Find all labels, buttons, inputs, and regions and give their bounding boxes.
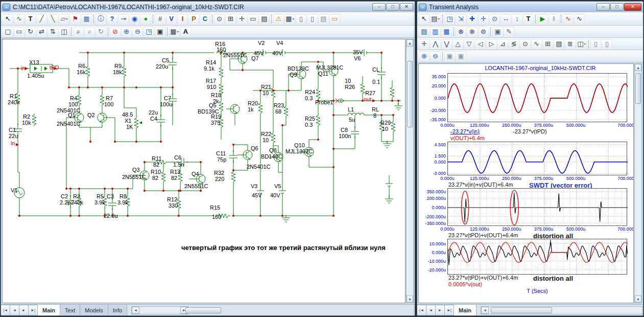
- scroll-thumb[interactable]: [407, 61, 413, 127]
- region-icon[interactable]: ◉: [129, 14, 140, 24]
- waveform-label[interactable]: 23.27*v(tPD)+v(OUT)+6.4m: [448, 232, 518, 238]
- operand-eq-icon[interactable]: ⊜: [478, 27, 489, 37]
- wire-icon[interactable]: ╱: [36, 14, 47, 24]
- waveform-label[interactable]: -23.27*v(tPD): [513, 128, 547, 134]
- scroll-left-arrow[interactable]: ◄: [481, 307, 489, 314]
- scroll-thumb[interactable]: [491, 307, 552, 313]
- valley-icon[interactable]: ⋁: [441, 39, 452, 49]
- properties-icon[interactable]: ✎: [504, 27, 514, 37]
- cursor-icon[interactable]: ✛: [419, 39, 430, 49]
- scroll-up-arrow[interactable]: ▲: [635, 64, 641, 71]
- scroll-track[interactable]: [407, 47, 413, 296]
- analysis-titlebar[interactable]: ≈ Transient Analysis –□✕: [417, 2, 643, 12]
- maximize-button[interactable]: □: [610, 3, 624, 11]
- rotate-icon[interactable]: ↻: [25, 27, 36, 37]
- tab-text[interactable]: Text: [60, 305, 80, 315]
- scroll-right-arrow[interactable]: ►: [642, 307, 643, 314]
- scroll-thumb[interactable]: [185, 307, 221, 313]
- display-mode-icon[interactable]: ▦▾: [169, 27, 180, 37]
- pause-icon[interactable]: ‖: [548, 14, 559, 24]
- scale-mode-icon[interactable]: ⇲: [456, 14, 466, 24]
- operand-x2-icon[interactable]: ⊗: [467, 27, 478, 37]
- pin-connections-icon[interactable]: ⊙: [214, 14, 225, 24]
- cursor-mode-icon[interactable]: ✛: [478, 14, 489, 24]
- last-tab-button[interactable]: ►|: [29, 305, 38, 315]
- scroll-track[interactable]: [489, 307, 642, 314]
- scroll-left-arrow[interactable]: ◄: [132, 307, 139, 314]
- zoom-window-icon[interactable]: ◳: [444, 14, 455, 24]
- diagonal-wire-icon[interactable]: ╲: [47, 14, 58, 24]
- select-icon[interactable]: ↖: [3, 14, 13, 24]
- exit-analysis-icon[interactable]: ∿: [574, 14, 585, 24]
- select-area-icon[interactable]: ▢: [3, 27, 13, 37]
- plot-panel[interactable]: LOCANTHI-1967-original_10kHz-SWDT.CIR35.…: [418, 63, 634, 303]
- find-next-icon[interactable]: ⌕: [84, 27, 95, 37]
- grid-text-icon[interactable]: ⊞: [225, 14, 236, 24]
- high-icon[interactable]: △: [452, 39, 463, 49]
- scroll-up-arrow[interactable]: ▲: [407, 39, 413, 47]
- flip-horizontal-icon[interactable]: ⇄: [36, 27, 47, 37]
- pan-mode-icon[interactable]: ✚: [467, 14, 478, 24]
- page1-icon[interactable]: ▯: [590, 39, 601, 49]
- tag-point-icon[interactable]: ⊙: [489, 14, 500, 24]
- waveform-label[interactable]: -23.27*v(in): [450, 128, 480, 134]
- mirror-icon[interactable]: ◫: [59, 27, 69, 37]
- close-button[interactable]: ✕: [400, 3, 413, 11]
- folder-icon[interactable]: ▭: [329, 14, 340, 24]
- link-icon[interactable]: ⊸: [118, 14, 129, 24]
- tag-horizontal-icon[interactable]: ↔: [500, 14, 511, 24]
- graphics-icon[interactable]: ▱▾: [59, 14, 69, 24]
- border-icon[interactable]: ▭: [248, 14, 258, 24]
- page2-icon[interactable]: ▯: [602, 39, 612, 49]
- next-tab-button[interactable]: ►: [436, 305, 445, 315]
- font-icon[interactable]: A: [180, 27, 191, 37]
- scroll-thumb[interactable]: [635, 73, 641, 104]
- list-icon[interactable]: ≣: [565, 39, 576, 49]
- plot-3[interactable]: 350.000u200.000u0.000u-200.000u-350.000u: [447, 188, 627, 226]
- watch-icon[interactable]: ▦: [441, 27, 452, 37]
- low-icon[interactable]: ▽: [464, 39, 474, 49]
- inflection-icon[interactable]: ⊿: [497, 39, 508, 49]
- plot-4-canvas[interactable]: [448, 239, 628, 275]
- scroll-down-arrow[interactable]: ▼: [407, 296, 413, 303]
- grid-icon[interactable]: ⊞: [542, 39, 553, 49]
- help-icon[interactable]: ?: [107, 14, 117, 24]
- node-numbers-icon[interactable]: #: [155, 14, 165, 24]
- tab-main[interactable]: Main: [38, 305, 60, 315]
- new-page-icon[interactable]: ▯: [296, 14, 306, 24]
- prev-tab-button[interactable]: ◄: [426, 305, 436, 315]
- plot-2[interactable]: 4.5001.5000.000-3.000: [447, 142, 627, 175]
- title-block-icon[interactable]: ▤: [259, 14, 270, 24]
- component-icon[interactable]: ∿: [14, 14, 25, 24]
- page-icon[interactable]: ▯: [307, 14, 318, 24]
- clipboard-page-icon[interactable]: ▤: [318, 14, 329, 24]
- zero-cross-icon[interactable]: ⊙: [520, 39, 531, 49]
- maximize-button[interactable]: □: [386, 3, 399, 11]
- cross-hair-icon[interactable]: ✛: [236, 14, 247, 24]
- print-icon[interactable]: ▣: [492, 27, 503, 37]
- last-tab-button[interactable]: ►|: [445, 305, 454, 315]
- conditions-icon[interactable]: C: [200, 14, 210, 24]
- animate-icon[interactable]: ●: [140, 14, 151, 24]
- next-tab-button[interactable]: ►: [19, 305, 29, 315]
- picture-icon[interactable]: ▦: [81, 14, 92, 24]
- clipboard-icon[interactable]: ▤▾: [430, 14, 441, 24]
- power-icon[interactable]: P: [188, 14, 199, 24]
- analysis-plot-icon[interactable]: ∿: [563, 14, 574, 24]
- tab-main[interactable]: Main: [454, 305, 476, 315]
- waveform-label[interactable]: T (Secs): [447, 288, 627, 294]
- crop-icon[interactable]: ▭: [14, 27, 25, 37]
- waveform-label[interactable]: 23.27*v(in)+v(OUT)+6.4m: [448, 182, 513, 188]
- zoom-out-icon[interactable]: ⊖: [132, 27, 143, 37]
- columns-icon[interactable]: ◫▾: [576, 39, 587, 49]
- minimize-button[interactable]: –: [372, 3, 386, 11]
- plot-1-canvas[interactable]: [448, 74, 628, 123]
- tag-vertical-icon[interactable]: ↕: [512, 14, 522, 24]
- schematic-vscrollbar[interactable]: ▲▼: [406, 39, 414, 303]
- zoom-in-icon[interactable]: ⊕: [419, 51, 430, 61]
- prev-tab-button[interactable]: ◄: [10, 305, 19, 315]
- go-right-icon[interactable]: ▷: [486, 39, 497, 49]
- text-icon[interactable]: T: [25, 14, 36, 24]
- warning-icon[interactable]: ⚠: [273, 14, 284, 24]
- peak-icon[interactable]: ⋀: [430, 39, 441, 49]
